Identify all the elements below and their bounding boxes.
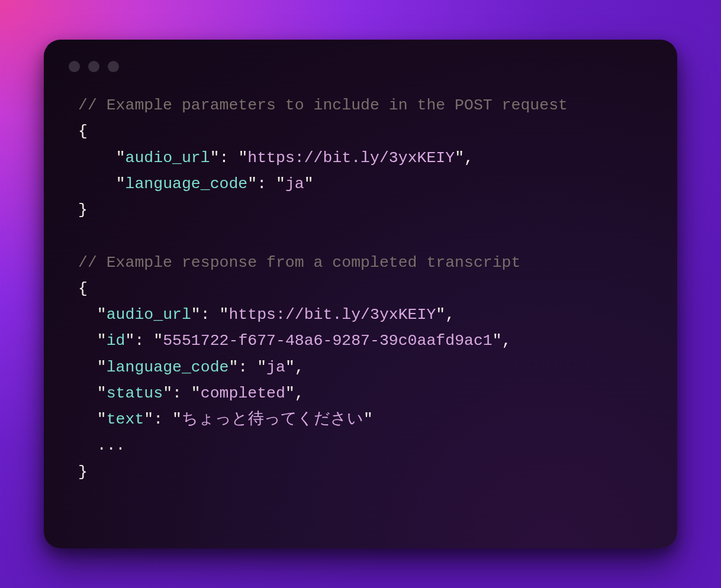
window-dot-3	[108, 61, 119, 72]
resp-value-id: 5551722-f677-48a6-9287-39c0aafd9ac1	[163, 332, 493, 350]
window-dot-1	[69, 61, 80, 72]
resp-key-id: id	[107, 332, 125, 350]
window-controls	[69, 61, 654, 72]
brace-close-2: }	[78, 463, 88, 481]
code-card: // Example parameters to include in the …	[44, 40, 677, 548]
key-audio-url: audio_url	[125, 149, 210, 167]
resp-value-text: ちょっと待ってください	[182, 411, 363, 428]
brace-open: {	[78, 122, 88, 140]
resp-key-text: text	[107, 411, 144, 428]
window-dot-2	[88, 61, 99, 72]
comment-request: // Example parameters to include in the …	[78, 96, 568, 114]
value-audio-url: https://bit.ly/3yxKEIY	[247, 149, 455, 167]
value-language-code: ja	[285, 175, 304, 193]
comment-response: // Example response from a completed tra…	[78, 254, 520, 272]
resp-key-audio-url: audio_url	[107, 306, 191, 324]
ellipsis: ...	[97, 437, 125, 454]
brace-open-2: {	[78, 280, 88, 298]
resp-value-audio-url: https://bit.ly/3yxKEIY	[228, 306, 436, 324]
resp-value-status: completed	[201, 385, 285, 402]
brace-close: }	[78, 201, 88, 219]
key-language-code: language_code	[125, 175, 248, 193]
code-block: // Example parameters to include in the …	[67, 92, 654, 485]
resp-key-language-code: language_code	[107, 358, 229, 376]
resp-key-status: status	[107, 385, 163, 402]
resp-value-language-code: ja	[266, 358, 285, 376]
